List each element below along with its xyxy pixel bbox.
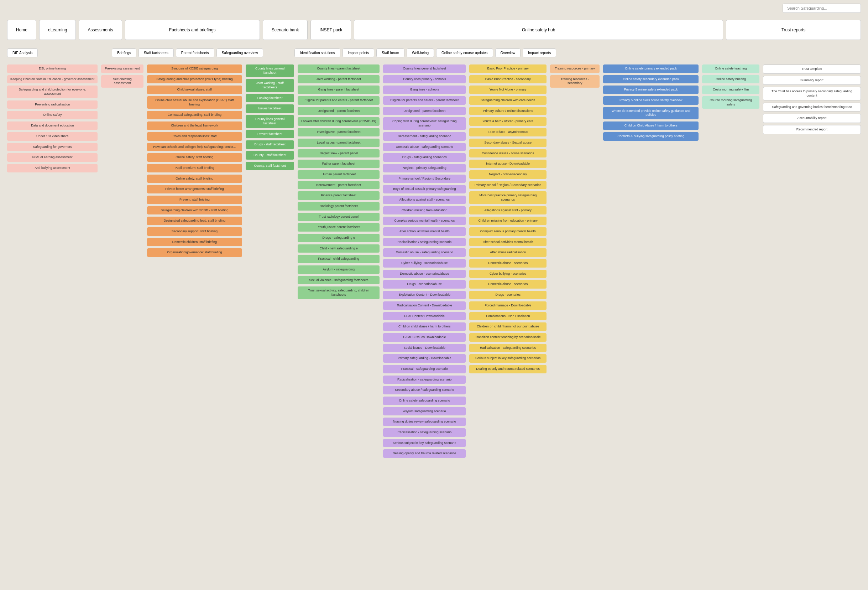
sg-overview-card-24[interactable]: Child on child abuse / harm to others bbox=[383, 322, 466, 331]
os-impact-card-1[interactable]: Online safety briefing bbox=[702, 75, 759, 84]
os-impact-card-3[interactable]: Course morning safeguarding safety bbox=[702, 96, 759, 109]
search-input[interactable] bbox=[782, 4, 861, 13]
parent-fs-card-2[interactable]: Gang lines - parent factsheet bbox=[298, 86, 379, 94]
staff-fs-card-3[interactable]: Issues factsheet bbox=[246, 104, 294, 113]
staff-fs-card-6[interactable]: Drugs - staff factsheet bbox=[246, 140, 294, 149]
trust-card-0[interactable]: Trust template bbox=[763, 65, 861, 74]
briefing-card-9[interactable]: Pupil premium: staff briefing bbox=[147, 164, 242, 172]
sg-overview-card-29[interactable]: Radicalisation - safeguarding scenario bbox=[383, 376, 466, 384]
nav-home[interactable]: Home bbox=[7, 20, 36, 40]
parent-fs-card-21[interactable]: Trust sexual activity, safeguarding, chi… bbox=[298, 287, 379, 299]
parent-fs-card-7[interactable]: Legal issues - parent factsheet bbox=[298, 139, 379, 147]
elearning-card-9[interactable]: Anti-bullying assessment bbox=[7, 164, 97, 172]
sub-nav-overview[interactable]: Overview bbox=[495, 49, 521, 58]
parent-fs-card-15[interactable]: Youth justice parent factsheet bbox=[298, 223, 379, 232]
scenario-card-26[interactable]: Radicalisation - safeguarding scenarios bbox=[469, 344, 546, 352]
sub-nav-wellbeing[interactable]: Well-being bbox=[407, 49, 434, 58]
scenario-card-1[interactable]: Basic Prior Practice - secondary bbox=[469, 75, 546, 84]
scenario-card-13[interactable]: Allegations against staff - primary bbox=[469, 206, 546, 215]
elearning-card-7[interactable]: Safeguarding for governors bbox=[7, 143, 97, 151]
briefing-card-1[interactable]: Safeguarding and child protection (2021 … bbox=[147, 75, 242, 84]
os-impact-card-0[interactable]: Online safety teaching bbox=[702, 65, 759, 73]
sub-nav-identification[interactable]: Identification solutions bbox=[294, 49, 340, 58]
sg-overview-card-34[interactable]: Radicalisation / safeguarding scenario bbox=[383, 428, 466, 437]
parent-fs-card-19[interactable]: Asylum - safeguarding bbox=[298, 265, 379, 274]
parent-fs-card-8[interactable]: Neglect new - parent panel bbox=[298, 149, 379, 158]
scenario-card-9[interactable]: Internet abuse - Downloadable bbox=[469, 160, 546, 168]
briefing-card-0[interactable]: Synopsis of KCSIE safeguarding bbox=[147, 65, 242, 73]
briefing-card-15[interactable]: Secondary support: staff briefing bbox=[147, 227, 242, 236]
sg-overview-card-8[interactable]: Drugs - safeguarding scenarios bbox=[383, 153, 466, 162]
inset-card-0[interactable]: Training resources - primary bbox=[550, 65, 599, 73]
scenario-card-14[interactable]: Children missing from education - primar… bbox=[469, 217, 546, 225]
sg-overview-card-15[interactable]: After school activities mental health bbox=[383, 227, 466, 236]
sub-nav-staff-factsheets[interactable]: Staff factsheets bbox=[139, 49, 174, 58]
sg-overview-card-2[interactable]: Gang lines - schools bbox=[383, 86, 466, 94]
sg-overview-card-21[interactable]: Exploitation Content - Downloadable bbox=[383, 291, 466, 299]
briefing-card-13[interactable]: Safeguarding children with SEND - staff … bbox=[147, 206, 242, 215]
elearning-card-2[interactable]: Safeguarding and child protection for ev… bbox=[7, 86, 97, 98]
briefing-card-16[interactable]: Domestic children: staff briefing bbox=[147, 238, 242, 247]
parent-fs-card-10[interactable]: Human parent factsheet bbox=[298, 170, 379, 179]
os-id-card-6[interactable]: Conflicts & bullying safeguarding policy… bbox=[603, 132, 698, 141]
sg-overview-card-23[interactable]: FGM Content Downloadable bbox=[383, 312, 466, 321]
staff-fs-card-4[interactable]: County lines general factsheet bbox=[246, 115, 294, 127]
scenario-card-17[interactable]: After abuse radicalisation bbox=[469, 248, 546, 257]
trust-card-2[interactable]: The Trust has access to primary secondar… bbox=[763, 87, 861, 100]
briefing-card-10[interactable]: Online safety: staff briefing bbox=[147, 174, 242, 183]
sg-overview-card-31[interactable]: Online safety safeguarding scenario bbox=[383, 396, 466, 405]
briefing-card-5[interactable]: Children and the legal framework bbox=[147, 121, 242, 130]
sub-nav-staff-forum[interactable]: Staff forum bbox=[376, 49, 404, 58]
sg-overview-card-7[interactable]: Domestic abuse - safeguarding scenario bbox=[383, 143, 466, 151]
scenario-card-4[interactable]: Primary culture / online discussions bbox=[469, 107, 546, 115]
elearning-card-8[interactable]: FGM eLearning assessment bbox=[7, 153, 97, 162]
nav-elearning[interactable]: eLearning bbox=[39, 20, 76, 40]
trust-card-4[interactable]: Accountability report bbox=[763, 114, 861, 123]
inset-card-1[interactable]: Training resources - secondary bbox=[550, 75, 599, 88]
parent-fs-card-11[interactable]: Bereavement - parent factsheet bbox=[298, 181, 379, 189]
briefing-card-17[interactable]: Organisation/governance: staff briefing bbox=[147, 248, 242, 257]
os-id-card-0[interactable]: Online safety primary extended pack bbox=[603, 65, 698, 73]
parent-fs-card-14[interactable]: Trust radiology parent panel bbox=[298, 213, 379, 221]
assessment-card-1[interactable]: Self-directing assessment bbox=[101, 75, 143, 88]
staff-fs-card-8[interactable]: County: staff factsheet bbox=[246, 162, 294, 170]
parent-fs-card-3[interactable]: Eligible for parents and carers - parent… bbox=[298, 96, 379, 105]
scenario-card-11[interactable]: Primary school / Region / Secondary scen… bbox=[469, 181, 546, 189]
sg-overview-card-36[interactable]: Dealing openly and trauma related scenar… bbox=[383, 449, 466, 458]
sub-nav-dfe[interactable]: DfE Analysis bbox=[7, 49, 38, 58]
parent-fs-card-13[interactable]: Radiology parent factsheet bbox=[298, 202, 379, 211]
elearning-card-1[interactable]: Keeping Children Safe in Education - gov… bbox=[7, 75, 97, 84]
parent-fs-card-1[interactable]: Joint working - parent factsheet bbox=[298, 75, 379, 84]
elearning-card-5[interactable]: Data and document education bbox=[7, 121, 97, 130]
staff-fs-card-2[interactable]: Looking factsheet bbox=[246, 94, 294, 103]
assessment-card-0[interactable]: Pre-existing assessment bbox=[101, 65, 143, 73]
sg-overview-card-32[interactable]: Asylum safeguarding scenario bbox=[383, 407, 466, 416]
scenario-card-3[interactable]: Safeguarding children with care needs bbox=[469, 96, 546, 105]
staff-fs-card-0[interactable]: County lines general factsheet bbox=[246, 65, 294, 77]
parent-fs-card-17[interactable]: Child - new safeguarding e bbox=[298, 244, 379, 253]
parent-fs-card-18[interactable]: Practical - child safeguarding bbox=[298, 255, 379, 263]
os-id-card-2[interactable]: Privacy 5 online safety extended pack bbox=[603, 86, 698, 94]
briefing-card-2[interactable]: Child sexual abuse: staff bbox=[147, 86, 242, 94]
sg-overview-card-30[interactable]: Secondary abuse / safeguarding scenario bbox=[383, 386, 466, 395]
briefing-card-8[interactable]: Online safety: staff briefing bbox=[147, 153, 242, 162]
scenario-card-16[interactable]: After school activities mental health bbox=[469, 238, 546, 247]
elearning-card-3[interactable]: Preventing radicalisation bbox=[7, 101, 97, 109]
sub-nav-course-updates[interactable]: Online safety course updates bbox=[436, 49, 493, 58]
sg-overview-card-14[interactable]: Complex serious mental health - scenario… bbox=[383, 217, 466, 225]
scenario-card-23[interactable]: Combinations - Non Escalation bbox=[469, 312, 546, 321]
sg-overview-card-10[interactable]: Primary school / Region / Secondary bbox=[383, 174, 466, 183]
scenario-card-7[interactable]: Secondary abuse - Sexual abuse bbox=[469, 139, 546, 147]
sg-overview-card-13[interactable]: Children missing from education bbox=[383, 206, 466, 215]
nav-assessments[interactable]: Assessments bbox=[79, 20, 122, 40]
sg-overview-card-3[interactable]: Eligible for parents and carers - parent… bbox=[383, 96, 466, 105]
scenario-card-18[interactable]: Domestic abuse - scenarios bbox=[469, 259, 546, 268]
briefing-card-11[interactable]: Private foster arrangements: staff brief… bbox=[147, 185, 242, 194]
scenario-card-22[interactable]: Forced marriage - Downloadable bbox=[469, 302, 546, 310]
sg-overview-card-33[interactable]: Nursing duties review safeguarding scena… bbox=[383, 418, 466, 426]
sg-overview-card-5[interactable]: Coping with during coronavirus: safeguar… bbox=[383, 117, 466, 130]
os-id-card-3[interactable]: Privacy 5 online skills online safety ov… bbox=[603, 96, 698, 105]
scenario-card-2[interactable]: You're Not Alone - primary bbox=[469, 86, 546, 94]
sg-overview-card-9[interactable]: Neglect - primary safeguarding bbox=[383, 164, 466, 172]
scenario-card-8[interactable]: Confidence issues - online scenarios bbox=[469, 149, 546, 158]
